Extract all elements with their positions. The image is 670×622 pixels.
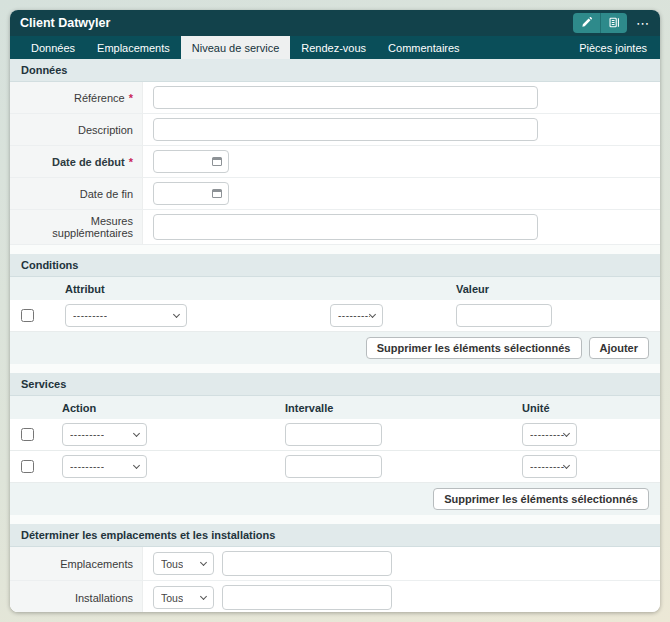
service-interval-input-2[interactable] bbox=[285, 455, 382, 478]
log-button[interactable] bbox=[600, 13, 627, 33]
condition-value-input[interactable] bbox=[456, 304, 552, 327]
additional-measures-label: Mesures supplémentaires bbox=[19, 215, 133, 239]
section-gap bbox=[10, 515, 660, 524]
list-icon bbox=[609, 16, 620, 31]
chevron-down-icon bbox=[200, 559, 207, 566]
tab-bar: Données Emplacements Niveau de service R… bbox=[10, 36, 660, 59]
tab-emplacements[interactable]: Emplacements bbox=[86, 36, 181, 59]
installations-filter-select[interactable]: Tous bbox=[153, 586, 214, 609]
chevron-down-icon bbox=[200, 593, 207, 600]
delete-selected-services-button[interactable]: Supprimer les éléments sélectionnés bbox=[433, 488, 649, 510]
chevron-down-icon bbox=[563, 462, 570, 469]
chevron-down-icon bbox=[133, 430, 140, 437]
installations-input[interactable] bbox=[222, 585, 392, 610]
form-row-description: Description bbox=[10, 114, 660, 146]
emplacements-input[interactable] bbox=[222, 551, 392, 576]
service-action-select-1[interactable]: --------- bbox=[62, 423, 147, 446]
installations-label: Installations bbox=[75, 592, 133, 604]
form-row-emplacements: Emplacements Tous bbox=[10, 547, 660, 581]
title-bar: Client Datwyler ⋯ bbox=[10, 10, 660, 36]
section-header-conditions: Conditions bbox=[10, 254, 660, 277]
required-mark: * bbox=[129, 156, 133, 168]
tab-pieces-jointes[interactable]: Pièces jointes bbox=[568, 36, 658, 59]
chevron-down-icon bbox=[369, 311, 376, 318]
conditions-actions: Supprimer les éléments sélectionnés Ajou… bbox=[10, 332, 660, 364]
add-condition-button[interactable]: Ajouter bbox=[589, 337, 650, 359]
chevron-down-icon bbox=[133, 462, 140, 469]
delete-selected-conditions-button[interactable]: Supprimer les éléments sélectionnés bbox=[366, 337, 582, 359]
service-row-checkbox-2[interactable] bbox=[21, 460, 34, 473]
description-input[interactable] bbox=[153, 118, 538, 141]
calendar-icon[interactable] bbox=[212, 157, 222, 166]
services-actions: Supprimer les éléments sélectionnés bbox=[10, 483, 660, 515]
section-gap bbox=[10, 245, 660, 254]
tab-rendez-vous[interactable]: Rendez-vous bbox=[290, 36, 377, 59]
reference-input[interactable] bbox=[153, 86, 538, 109]
emplacements-filter-select[interactable]: Tous bbox=[153, 552, 214, 575]
title-actions: ⋯ bbox=[573, 13, 650, 33]
more-menu-button[interactable]: ⋯ bbox=[636, 17, 650, 30]
form-row-start-date: Date de début * bbox=[10, 146, 660, 178]
column-header-action: Action bbox=[62, 402, 285, 414]
service-row: --------- --------- bbox=[10, 451, 660, 483]
title-button-group bbox=[573, 13, 627, 33]
service-interval-input-1[interactable] bbox=[285, 423, 382, 446]
client-detail-panel: Client Datwyler ⋯ Données Emplacements N… bbox=[10, 10, 660, 612]
chevron-down-icon bbox=[173, 311, 180, 318]
column-header-valeur: Valeur bbox=[456, 283, 660, 295]
form-row-installations: Installations Tous bbox=[10, 581, 660, 612]
required-mark: * bbox=[129, 92, 133, 104]
additional-measures-input[interactable] bbox=[153, 214, 538, 240]
end-date-input[interactable] bbox=[153, 182, 229, 205]
form-row-reference: Référence * bbox=[10, 82, 660, 114]
edit-button[interactable] bbox=[573, 13, 600, 33]
column-header-unite: Unité bbox=[522, 402, 660, 414]
calendar-icon[interactable] bbox=[212, 189, 222, 198]
form-row-end-date: Date de fin bbox=[10, 178, 660, 210]
condition-attribute-select[interactable]: --------- bbox=[65, 304, 187, 327]
start-date-input[interactable] bbox=[153, 150, 229, 173]
service-row: --------- --------- bbox=[10, 419, 660, 451]
condition-row: --------- --------- bbox=[10, 300, 660, 332]
tab-niveau-de-service[interactable]: Niveau de service bbox=[181, 36, 290, 59]
section-header-services: Services bbox=[10, 373, 660, 396]
condition-operator-select[interactable]: --------- bbox=[330, 304, 383, 327]
service-row-checkbox-1[interactable] bbox=[21, 428, 34, 441]
services-table-header: Action Intervalle Unité bbox=[10, 396, 660, 419]
page-title: Client Datwyler bbox=[20, 16, 110, 30]
conditions-table-header: Attribut Valeur bbox=[10, 277, 660, 300]
pencil-icon bbox=[581, 16, 592, 31]
form-row-additional-measures: Mesures supplémentaires bbox=[10, 210, 660, 245]
start-date-label: Date de début bbox=[52, 156, 125, 168]
chevron-down-icon bbox=[563, 430, 570, 437]
end-date-label: Date de fin bbox=[80, 188, 133, 200]
service-action-select-2[interactable]: --------- bbox=[62, 455, 147, 478]
emplacements-label: Emplacements bbox=[60, 558, 133, 570]
section-header-locations: Déterminer les emplacements et les insta… bbox=[10, 524, 660, 547]
service-unit-select-1[interactable]: --------- bbox=[522, 423, 577, 446]
section-header-donnees: Données bbox=[10, 59, 660, 82]
tab-commentaires[interactable]: Commentaires bbox=[377, 36, 471, 59]
tab-donnees[interactable]: Données bbox=[20, 36, 86, 59]
condition-row-checkbox[interactable] bbox=[21, 309, 34, 322]
service-unit-select-2[interactable]: --------- bbox=[522, 455, 577, 478]
reference-label: Référence bbox=[74, 92, 125, 104]
section-gap bbox=[10, 364, 660, 373]
end-date-field[interactable] bbox=[160, 188, 208, 199]
column-header-intervalle: Intervalle bbox=[285, 402, 522, 414]
description-label: Description bbox=[78, 124, 133, 136]
start-date-field[interactable] bbox=[160, 156, 208, 167]
column-header-attribut: Attribut bbox=[65, 283, 330, 295]
